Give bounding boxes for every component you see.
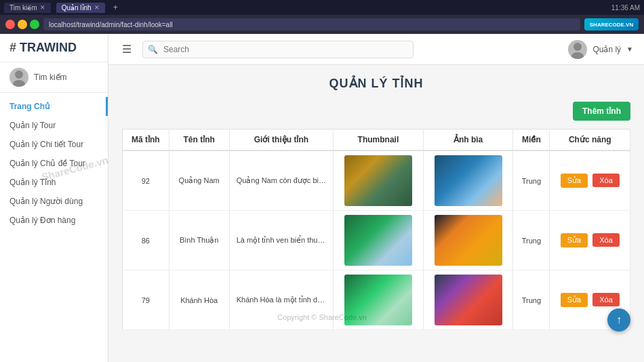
window-minimize-button[interactable] bbox=[18, 20, 27, 29]
col-anh-bia: Ảnh bìa bbox=[423, 129, 513, 151]
sidebar-item-nguoi-dung[interactable]: Quản lý Người dùng bbox=[0, 192, 108, 211]
sidebar: # TRAWIND Tim kiếm Trang Chủ Quản lý Tou… bbox=[0, 34, 108, 362]
thumbnail-image bbox=[344, 155, 412, 206]
sidebar-item-quan-ly-tour[interactable]: Quản lý Tour bbox=[0, 116, 108, 135]
cell-actions: Sửa Xóa bbox=[550, 150, 630, 211]
topnav-username: Quản lý bbox=[592, 45, 621, 54]
svg-point-2 bbox=[573, 43, 582, 51]
col-ten-tinh: Tên tỉnh bbox=[169, 129, 229, 151]
sidebar-item-chi-tiet-tour[interactable]: Quản lý Chi tiết Tour bbox=[0, 135, 108, 154]
sidebar-header: # TRAWIND bbox=[0, 34, 108, 62]
cell-thumbnail bbox=[334, 211, 424, 270]
sharecode-logo: SHARECODE.VN bbox=[584, 18, 639, 31]
chevron-down-icon: ▼ bbox=[626, 45, 633, 53]
sidebar-item-don-hang[interactable]: Quản lý Đơn hàng bbox=[0, 211, 108, 230]
browser-chrome: SHARECODE.VN bbox=[0, 15, 644, 34]
cover-image bbox=[435, 155, 502, 206]
sidebar-nav: Trang Chủ Quản lý Tour Quản lý Chi tiết … bbox=[0, 93, 108, 234]
page-title: QUẢN LÝ TỈNH bbox=[122, 76, 630, 91]
col-gioi-thieu: Giới thiệu tỉnh bbox=[229, 129, 333, 151]
topnav-avatar bbox=[568, 40, 587, 59]
cell-ma: 86 bbox=[123, 211, 169, 270]
search-box: 🔍 bbox=[142, 41, 414, 58]
main-content: ☰ 🔍 Quản lý ▼ QUẢN LÝ TỈNH Thêm tỉnh bbox=[108, 34, 644, 362]
delete-button[interactable]: Xóa bbox=[592, 174, 620, 187]
sidebar-item-quan-ly-tinh[interactable]: Quản lý Tỉnh bbox=[0, 173, 108, 192]
cell-actions: Sửa Xóa bbox=[550, 211, 630, 270]
taskbar-tabs: Tim kiếm ✕ Quản lỉnh ✕ + bbox=[4, 3, 121, 13]
app-title: # TRAWIND bbox=[9, 41, 98, 55]
thumbnail-image bbox=[344, 275, 412, 325]
col-thumbnail: Thumbnail bbox=[334, 129, 424, 151]
edit-button[interactable]: Sửa bbox=[561, 293, 588, 307]
cover-image bbox=[435, 275, 502, 325]
table-header-row: Mã tỉnh Tên tỉnh Giới thiệu tỉnh Thumbna… bbox=[123, 129, 630, 151]
search-icon: 🔍 bbox=[148, 45, 158, 54]
tab-label: Tim kiếm bbox=[9, 4, 37, 12]
cell-mien: Trung bbox=[513, 150, 550, 211]
tab-quan-linh[interactable]: Quản lỉnh ✕ bbox=[56, 3, 105, 13]
browser-logo: SHARECODE.VN bbox=[584, 18, 639, 31]
col-chuc-nang: Chức năng bbox=[550, 129, 630, 151]
address-bar[interactable] bbox=[43, 18, 580, 31]
tinh-table: Mã tỉnh Tên tỉnh Giới thiệu tỉnh Thumbna… bbox=[122, 129, 630, 330]
cell-ten: Khánh Hòa bbox=[169, 270, 229, 330]
sidebar-username: Tim kiếm bbox=[34, 73, 67, 82]
action-bar: Thêm tỉnh bbox=[122, 102, 630, 121]
page-content: QUẢN LÝ TỈNH Thêm tỉnh Mã tỉnh Tên tỉnh … bbox=[108, 65, 644, 362]
menu-icon[interactable]: ☰ bbox=[119, 40, 134, 58]
edit-button[interactable]: Sửa bbox=[561, 174, 588, 188]
taskbar-right: 11:36 AM bbox=[611, 4, 640, 12]
svg-point-0 bbox=[15, 71, 23, 79]
tab-tim-kiem[interactable]: Tim kiếm ✕ bbox=[4, 3, 51, 13]
col-mien: Miền bbox=[513, 129, 550, 151]
cell-thumbnail bbox=[334, 150, 424, 211]
svg-point-3 bbox=[571, 52, 584, 59]
window-close-button[interactable] bbox=[5, 20, 15, 29]
cell-ten: Bình Thuận bbox=[169, 211, 229, 270]
sidebar-user: Tim kiếm bbox=[0, 62, 108, 93]
time-display: 11:36 AM bbox=[611, 4, 640, 12]
cell-anh-bia bbox=[423, 211, 513, 270]
close-icon[interactable]: ✕ bbox=[94, 4, 100, 11]
sidebar-item-chu-de-tour[interactable]: Quản lý Chủ đề Tour bbox=[0, 154, 108, 173]
close-icon[interactable]: ✕ bbox=[40, 4, 45, 11]
topnav: ☰ 🔍 Quản lý ▼ bbox=[108, 34, 644, 65]
table-row: 79 Khánh Hòa Khánh Hòa là một tỉnh duyên… bbox=[123, 270, 630, 330]
cell-gioi-thieu: Quảng Nam còn được biết đến là vù... bbox=[229, 150, 333, 211]
delete-button[interactable]: Xóa bbox=[592, 233, 620, 247]
taskbar: Tim kiếm ✕ Quản lỉnh ✕ + 11:36 AM bbox=[0, 0, 644, 15]
tab-label: Quản lỉnh bbox=[62, 4, 92, 12]
scroll-to-top-button[interactable]: ↑ bbox=[607, 308, 630, 331]
cell-anh-bia bbox=[423, 150, 513, 211]
cell-anh-bia bbox=[423, 270, 513, 330]
cover-image bbox=[435, 215, 502, 266]
cell-mien: Trung bbox=[513, 211, 550, 270]
search-input[interactable] bbox=[142, 41, 414, 58]
cell-ten: Quảng Nam bbox=[169, 150, 229, 211]
cell-thumbnail bbox=[334, 270, 424, 330]
cell-ma: 92 bbox=[123, 150, 169, 211]
add-tinh-button[interactable]: Thêm tỉnh bbox=[573, 102, 630, 121]
topnav-right: Quản lý ▼ bbox=[568, 40, 633, 59]
sidebar-item-trang-chu[interactable]: Trang Chủ bbox=[0, 97, 108, 116]
table-row: 86 Bình Thuận Là một tỉnh ven biển thuộc… bbox=[123, 211, 630, 270]
app-container: # TRAWIND Tim kiếm Trang Chủ Quản lý Tou… bbox=[0, 34, 644, 362]
delete-button[interactable]: Xóa bbox=[592, 293, 620, 306]
window-maximize-button[interactable] bbox=[30, 20, 39, 29]
cell-ma: 79 bbox=[123, 270, 169, 330]
col-ma-tinh: Mã tỉnh bbox=[123, 129, 169, 151]
edit-button[interactable]: Sửa bbox=[561, 233, 588, 247]
new-tab-button[interactable]: + bbox=[110, 3, 121, 12]
cell-gioi-thieu: Là một tỉnh ven biển thuộc vùng Duy... bbox=[229, 211, 333, 270]
window-controls bbox=[5, 20, 39, 29]
table-row: 92 Quảng Nam Quảng Nam còn được biết đến… bbox=[123, 150, 630, 211]
avatar bbox=[9, 68, 28, 87]
hash-symbol: # bbox=[9, 41, 20, 54]
svg-point-1 bbox=[13, 80, 25, 87]
cell-mien: Trung bbox=[513, 270, 550, 330]
cell-gioi-thieu: Khánh Hòa là một tỉnh duyên hải Na... bbox=[229, 270, 333, 330]
thumbnail-image bbox=[344, 215, 412, 266]
